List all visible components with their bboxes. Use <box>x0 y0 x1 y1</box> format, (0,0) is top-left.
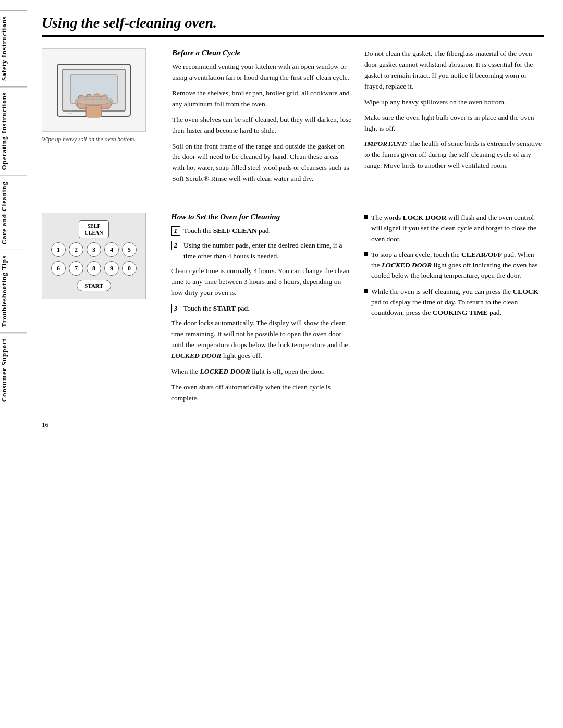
clean-cycle-para-1: Clean cycle time is normally 4 hours. Yo… <box>171 266 351 299</box>
key-7: 7 <box>69 261 83 276</box>
key-1: 1 <box>51 242 66 257</box>
before-clean-left-text: Before a Clean Cycle We recommend ventin… <box>172 48 352 189</box>
how-to-clean-left: How to Set the Oven for Cleaning 1 Touch… <box>171 213 351 408</box>
main-content: Using the self-cleaning oven. <box>27 0 563 728</box>
section-divider <box>42 202 544 202</box>
oven-image-caption: Wipe up heavy soil on the oven bottom. <box>42 135 146 143</box>
sidebar-item-safety-instructions: Safety Instructions <box>0 10 27 87</box>
sidebar-item-consumer-support: Consumer Support <box>0 332 27 407</box>
keypad-row-2: 6 7 8 9 0 <box>51 261 137 276</box>
before-clean-right-para-3: Make sure the oven light bulb cover is i… <box>364 113 544 134</box>
clean-cycle-para-2: The door locks automatically. The displa… <box>171 318 351 362</box>
keypad-image: SELFCLEAN 1 2 3 4 5 6 7 8 9 0 START <box>42 213 146 299</box>
sidebar: Safety Instructions Operating Instructio… <box>0 0 27 728</box>
before-clean-text: Before a Clean Cycle We recommend ventin… <box>172 48 544 189</box>
bullet-1-text: The words LOCK DOOR will flash and the o… <box>371 213 544 244</box>
key-3: 3 <box>87 242 101 257</box>
before-clean-section: Wipe up heavy soil on the oven bottom. B… <box>42 48 544 189</box>
step-3: 3 Touch the START pad. <box>171 303 351 314</box>
start-button-display: START <box>77 280 111 291</box>
oven-image-column: Wipe up heavy soil on the oven bottom. <box>42 48 156 189</box>
sidebar-item-operating-instructions: Operating Instructions <box>0 87 27 175</box>
bullet-2-text: To stop a clean cycle, touch the CLEAR/O… <box>371 250 544 281</box>
clean-cycle-para-3: When the LOCKED DOOR light is off, open … <box>171 366 351 377</box>
how-to-clean-text: How to Set the Oven for Cleaning 1 Touch… <box>171 213 544 408</box>
how-to-clean-right: The words LOCK DOOR will flash and the o… <box>364 213 544 408</box>
before-clean-right-text: Do not clean the gasket. The fiberglass … <box>364 48 544 189</box>
key-0: 0 <box>122 261 137 276</box>
before-clean-para-2: Remove the shelves, broiler pan, broiler… <box>172 88 352 110</box>
clean-cycle-para-4: The oven shuts off automatically when th… <box>171 382 351 404</box>
before-clean-heading: Before a Clean Cycle <box>172 48 352 57</box>
step-1-text: Touch the SELF CLEAN pad. <box>183 226 271 236</box>
how-to-clean-heading: How to Set the Oven for Cleaning <box>171 213 351 221</box>
how-to-clean-section: SELFCLEAN 1 2 3 4 5 6 7 8 9 0 START <box>42 213 544 408</box>
key-2: 2 <box>69 242 83 257</box>
keypad-column: SELFCLEAN 1 2 3 4 5 6 7 8 9 0 START <box>42 213 156 408</box>
step-2: 2 Using the number pads, enter the desir… <box>171 240 351 262</box>
key-8: 8 <box>87 261 101 276</box>
before-clean-para-1: We recommend venting your kitchen with a… <box>172 61 352 83</box>
bullet-1: The words LOCK DOOR will flash and the o… <box>364 213 544 244</box>
sidebar-item-troubleshooting-tips: Troubleshooting Tips <box>0 250 27 332</box>
step-3-number: 3 <box>171 304 180 313</box>
page-number: 16 <box>42 421 544 429</box>
svg-rect-9 <box>86 106 102 117</box>
before-clean-right-para-1: Do not clean the gasket. The fiberglass … <box>364 48 544 92</box>
key-5: 5 <box>122 242 137 257</box>
key-6: 6 <box>51 261 66 276</box>
oven-image <box>42 48 146 132</box>
sidebar-item-care-cleaning: Care and Cleaning <box>0 176 27 250</box>
bullet-3-text: While the oven is self-cleaning, you can… <box>371 287 544 318</box>
step-2-text: Using the number pads, enter the desired… <box>183 240 351 262</box>
key-9: 9 <box>104 261 119 276</box>
before-clean-right-para-2: Wipe up any heavy spillovers on the oven… <box>364 97 544 108</box>
page-title: Using the self-cleaning oven. <box>42 15 544 37</box>
svg-point-10 <box>75 96 113 105</box>
self-clean-button-display: SELFCLEAN <box>79 220 108 238</box>
step-2-number: 2 <box>171 241 180 250</box>
bullet-2: To stop a clean cycle, touch the CLEAR/O… <box>364 250 544 281</box>
step-1: 1 Touch the SELF CLEAN pad. <box>171 226 351 236</box>
keypad-row-1: 1 2 3 4 5 <box>51 242 137 257</box>
step-1-number: 1 <box>171 226 180 236</box>
key-4: 4 <box>104 242 119 257</box>
oven-illustration-svg <box>47 54 141 127</box>
before-clean-para-3: The oven shelves can be self-cleaned, bu… <box>172 115 352 137</box>
bullet-3: While the oven is self-cleaning, you can… <box>364 287 544 318</box>
bullet-1-icon <box>364 215 368 219</box>
bullet-3-icon <box>364 289 368 293</box>
before-clean-right-para-4: IMPORTANT: The health of some birds is e… <box>364 139 544 171</box>
bullet-2-icon <box>364 252 368 256</box>
step-3-text: Touch the START pad. <box>183 303 250 314</box>
before-clean-para-4: Soil on the front frame of the range and… <box>172 141 352 185</box>
